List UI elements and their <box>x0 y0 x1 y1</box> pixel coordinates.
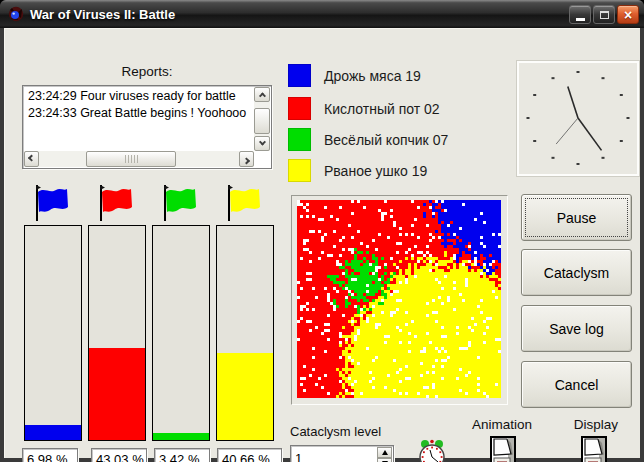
cataclysm-button[interactable]: Cataclysm <box>521 249 632 296</box>
battle-canvas <box>297 200 501 398</box>
chevron-down-icon <box>258 139 265 146</box>
flag-icon <box>223 183 263 223</box>
scroll-left-button[interactable] <box>24 151 39 167</box>
vertical-scrollbar[interactable] <box>254 87 270 151</box>
close-icon: × <box>624 8 632 22</box>
horizontal-scroll-thumb[interactable] <box>86 151 176 167</box>
clock-face <box>519 63 637 174</box>
app-icon <box>8 6 24 22</box>
legend-label: Кислотный пот 02 <box>324 101 440 117</box>
report-lines: 23:24:29 Four viruses ready for battle 2… <box>24 87 253 150</box>
flag-icon <box>159 183 199 223</box>
reports-label: Reports: <box>22 64 272 79</box>
spinner-up-button[interactable] <box>377 447 392 458</box>
animation-label: Animation <box>472 417 532 432</box>
reports-log: 23:24:29 Four viruses ready for battle 2… <box>22 85 272 169</box>
bar-fill <box>89 348 145 440</box>
cataclysm-level-label: Cataclysm level <box>290 424 381 439</box>
grip-icon <box>125 155 138 163</box>
clock-hour-hand <box>568 87 578 118</box>
pause-button[interactable]: Pause <box>521 194 632 241</box>
legend-swatch <box>288 97 311 120</box>
legend-swatch <box>288 159 311 182</box>
title-bar[interactable]: War of Viruses II: Battle × <box>0 0 644 28</box>
alarm-clock-icon <box>415 439 449 462</box>
legend-swatch <box>288 128 311 151</box>
legend-label: Рваное ушко 19 <box>324 163 427 179</box>
cancel-button[interactable]: Cancel <box>521 361 632 408</box>
horizontal-scrollbar[interactable] <box>24 151 254 167</box>
virus-population-bar <box>24 225 82 441</box>
scroll-right-button[interactable] <box>239 151 254 167</box>
window-title: War of Viruses II: Battle <box>30 7 175 22</box>
battle-field-panel <box>291 195 508 405</box>
minimize-button[interactable] <box>569 5 591 24</box>
flag-icon <box>95 183 135 223</box>
chevron-left-icon <box>28 154 35 161</box>
bar-fill <box>153 433 209 440</box>
analog-clock <box>517 61 639 176</box>
clock-minute-hand <box>578 118 602 150</box>
vertical-scroll-thumb[interactable] <box>254 108 270 134</box>
virus-population-bar <box>88 225 146 441</box>
client-area: Reports: 23:24:29 Four viruses ready for… <box>4 28 640 458</box>
close-button[interactable]: × <box>617 5 639 24</box>
virus-population-bar <box>216 225 274 441</box>
triangle-up-icon <box>382 450 388 455</box>
virus-population-bar <box>152 225 210 441</box>
save-log-button[interactable]: Save log <box>521 305 632 352</box>
legend-label: Весёлый копчик 07 <box>324 132 448 148</box>
cataclysm-level-spinner <box>290 445 394 462</box>
display-toggle-switch[interactable] <box>581 436 607 462</box>
report-line: 23:24:33 Great Battle begins ! Yoohooo <box>24 104 253 121</box>
minimize-icon <box>576 18 585 21</box>
bar-fill <box>217 353 273 440</box>
app-window: War of Viruses II: Battle × Reports: 23:… <box>0 0 644 462</box>
legend-swatch <box>288 64 311 87</box>
report-line: 23:24:29 Four viruses ready for battle <box>24 87 253 104</box>
display-label: Display <box>566 417 626 432</box>
scroll-down-button[interactable] <box>254 136 270 151</box>
chevron-up-icon <box>258 92 265 99</box>
percent-field: 3,42 % <box>154 448 210 462</box>
cataclysm-level-input[interactable] <box>291 446 376 462</box>
animation-toggle-switch[interactable] <box>490 436 516 462</box>
spinner-down-button[interactable] <box>377 458 392 462</box>
percent-field: 43,03 % <box>91 448 147 462</box>
legend-label: Дрожь мяса 19 <box>324 68 421 84</box>
scroll-up-button[interactable] <box>254 87 270 102</box>
bar-fill <box>25 425 81 440</box>
maximize-icon <box>600 11 609 19</box>
clock-second-hand <box>556 118 578 144</box>
flag-icon <box>31 183 71 223</box>
percent-field: 6,98 % <box>22 448 78 462</box>
maximize-button[interactable] <box>593 5 615 24</box>
chevron-right-icon <box>243 157 250 164</box>
percent-field: 40,66 % <box>217 448 282 462</box>
